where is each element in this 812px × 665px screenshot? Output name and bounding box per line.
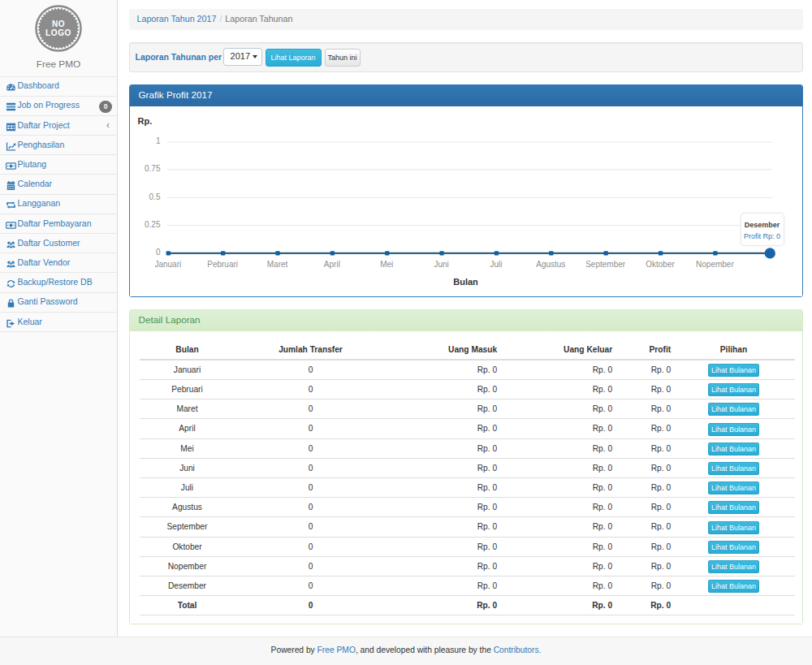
svg-text:LOGO: LOGO xyxy=(45,28,71,37)
svg-text:NO: NO xyxy=(52,19,65,28)
